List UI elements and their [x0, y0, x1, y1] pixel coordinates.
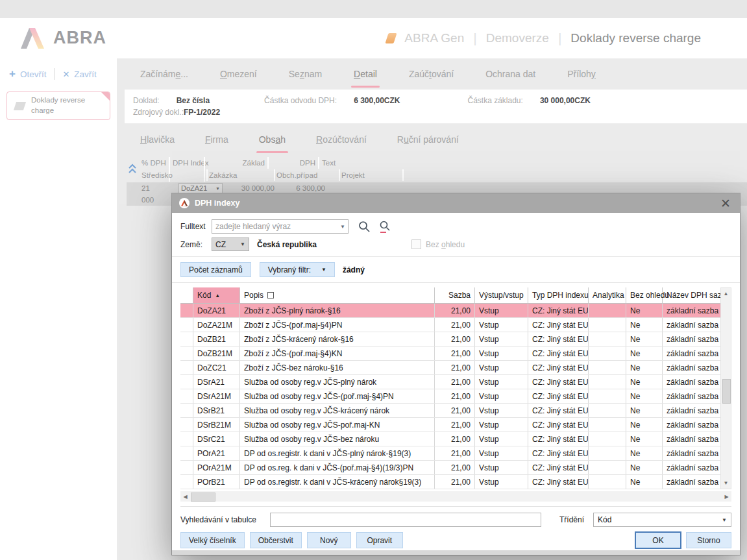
obcerstvit-button[interactable]: Občerstvit — [250, 532, 302, 548]
app-header: ABRA ABRA Gen | Demoverze | Doklady reve… — [0, 18, 747, 58]
sidebar-toolbar: + Otevřít ✕ Zavřít — [0, 58, 117, 90]
horizontal-scroll-thumb[interactable] — [191, 493, 215, 502]
vertical-scrollbar[interactable]: ▲ ▼ — [720, 287, 731, 489]
col-header-kod[interactable]: Kód ▲ — [193, 287, 240, 303]
tab-ochrana-dat[interactable]: Ochrana dat — [484, 66, 537, 82]
tab-prilohy[interactable]: Přílohy — [566, 66, 597, 82]
cell-analytika — [589, 446, 626, 460]
cell-typ-dph-indexu: CZ: Jiný stát EU — [528, 418, 589, 432]
col-header-typ-dph-indexu[interactable]: Typ DPH indexu — [528, 287, 589, 303]
fulltext-input[interactable] — [212, 219, 349, 234]
tab-rucni-parovani[interactable]: Ruční párování — [396, 132, 460, 147]
horizontal-scrollbar[interactable]: ◀ ▶ — [180, 491, 731, 502]
cell-kod: DSrA21M — [193, 389, 240, 403]
cell-popis: Zboží z JČS-krácený nárok-§16 — [240, 332, 435, 346]
dph-index-row[interactable]: DSrC21 Služba od osoby reg.v JČS-bez nár… — [180, 432, 720, 446]
vertical-scroll-thumb[interactable] — [722, 379, 731, 404]
chevron-down-icon: ▼ — [240, 241, 245, 247]
col-header-dph: DPH — [270, 157, 315, 169]
cell-nazev-dph-sazby: základní sazba — [663, 461, 720, 474]
col-header-vystup-vstup[interactable]: Výstup/vstup — [475, 287, 528, 303]
cell-analytika — [589, 432, 626, 446]
abra-logo-icon — [19, 27, 47, 49]
tab-rozuctovani[interactable]: Rozúčtování — [315, 132, 368, 147]
cell-analytika — [589, 461, 626, 474]
dph-index-row[interactable]: DoZC21 Zboží z JČS-bez nároku-§16 21,00 … — [180, 361, 720, 375]
novy-button[interactable]: Nový — [307, 532, 351, 548]
col-header-popis[interactable]: Popis — [240, 287, 435, 303]
open-button[interactable]: + Otevřít — [9, 67, 46, 80]
sidebar-item-doklady-reverse-charge[interactable]: Doklady reverse charge — [6, 91, 110, 120]
col-header-analytika[interactable]: Analytika — [589, 287, 626, 303]
cell-sazba: 21,00 — [435, 404, 475, 417]
dph-index-row[interactable]: DSrB21M Služba od osoby reg.v JČS-poř.ma… — [180, 418, 720, 432]
sort-select[interactable]: Kód ▼ — [593, 513, 731, 527]
table-header-row: Kód ▲ Popis Sazba Výstup/vstup Typ DPH i… — [180, 287, 720, 304]
col-header-sazba[interactable]: Sazba — [435, 287, 475, 303]
col-header-bez-ohledu[interactable]: Bez ohledu — [626, 287, 663, 303]
tab-zaciname[interactable]: Začínáme... — [139, 66, 190, 82]
divider — [172, 256, 740, 257]
velky-ciselnik-button[interactable]: Velký číselník — [180, 532, 245, 548]
divider — [172, 282, 740, 283]
row-marker — [180, 404, 193, 417]
scroll-up-arrow[interactable]: ▲ — [721, 289, 731, 298]
dph-index-row[interactable]: POrB21 DP od os.registr. k dani v JČS-kr… — [180, 475, 720, 489]
cell-nazev-dph-sazby: základní sazba — [663, 318, 720, 332]
row-marker — [180, 332, 193, 346]
cell-analytika — [589, 318, 626, 332]
cell-popis: Zboží z JČS-(poř.maj-§4)PN — [240, 318, 435, 332]
dph-index-row[interactable]: DoZB21 Zboží z JČS-krácený nárok-§16 21,… — [180, 332, 720, 347]
col-header-nazev-dph-sazby[interactable]: Název DPH sazby — [663, 287, 729, 303]
dph-index-row[interactable]: DoZA21M Zboží z JČS-(poř.maj-§4)PN 21,00… — [180, 318, 720, 332]
cell-nazev-dph-sazby: základní sazba — [663, 332, 720, 346]
cell-popis: Služba od osoby reg.v JČS-bez nároku — [240, 432, 435, 446]
dialog-titlebar[interactable]: DPH indexy ✕ — [172, 193, 740, 213]
grid-pct-dph: 21 — [141, 182, 150, 194]
opravit-button[interactable]: Opravit — [356, 532, 403, 548]
tab-zauctovani[interactable]: Zaúčtování — [408, 66, 455, 82]
col-header-text: Text — [322, 157, 336, 169]
scroll-down-arrow[interactable]: ▼ — [721, 478, 731, 488]
cell-sazba: 21,00 — [435, 361, 475, 374]
dph-index-combobox[interactable]: DoZA21 ▼ — [178, 183, 223, 193]
breadcrumb-app-name: ABRA Gen — [404, 31, 464, 45]
tab-hlavicka[interactable]: Hlavička — [139, 132, 176, 147]
ok-button[interactable]: OK — [635, 532, 681, 548]
bez-ohledu-checkbox[interactable] — [411, 239, 421, 249]
tab-obsah[interactable]: Obsah — [258, 132, 287, 147]
cell-kod: POrA21 — [193, 446, 240, 460]
search-icon[interactable] — [358, 221, 371, 233]
country-select[interactable]: CZ ▼ — [212, 237, 249, 251]
vybrany-filtr-dropdown[interactable]: Vybraný filtr: ▼ — [260, 262, 335, 277]
tab-omezeni[interactable]: Omezení — [219, 66, 258, 82]
tab-seznam[interactable]: Seznam — [288, 66, 323, 82]
pocet-zaznamu-button[interactable]: Počet záznamů — [180, 262, 251, 277]
dialog-close-icon[interactable]: ✕ — [718, 197, 733, 210]
collapse-rows-icon[interactable] — [128, 164, 137, 175]
tab-detail[interactable]: Detail — [352, 66, 378, 82]
dph-index-row[interactable]: DSrA21M Služba od osoby reg.v JČS-(poř.m… — [180, 389, 720, 404]
cell-bez-ohledu: Ne — [626, 461, 663, 474]
table-search-input[interactable] — [270, 513, 541, 527]
cell-typ-dph-indexu: CZ: Jiný stát EU — [528, 361, 589, 374]
scroll-left-arrow[interactable]: ◀ — [180, 491, 190, 502]
cell-typ-dph-indexu: CZ: Jiný stát EU — [528, 304, 589, 317]
cell-popis: Zboží z JČS-(poř.maj-§4)KN — [240, 347, 435, 360]
scroll-right-arrow[interactable]: ▶ — [722, 491, 731, 502]
search-next-icon[interactable] — [379, 220, 391, 234]
dph-index-row[interactable]: DoZA21 Zboží z JČS-plný nárok-§16 21,00 … — [180, 304, 720, 318]
dph-index-row[interactable]: DSrB21 Služba od osoby reg.v JČS-krácený… — [180, 404, 720, 418]
cell-analytika — [589, 418, 626, 432]
dph-index-row[interactable]: DSrA21 Služba od osoby reg.v JČS-plný ná… — [180, 375, 720, 389]
cell-nazev-dph-sazby: základní sazba — [663, 361, 720, 374]
storno-button[interactable]: Storno — [686, 532, 731, 548]
grid-row-line1[interactable]: 21 DoZA21 ▼ 30 000,00 6 300,00 — [127, 182, 747, 194]
dph-index-row[interactable]: POrA21M DP od os.reg. k dani v JČS-(poř.… — [180, 461, 720, 475]
dph-index-row[interactable]: POrA21 DP od os.registr. k dani v JČS-pl… — [180, 446, 720, 461]
row-marker — [180, 389, 193, 403]
tab-firma[interactable]: Firma — [204, 132, 230, 147]
cell-popis: Zboží z JČS-bez nároku-§16 — [240, 361, 435, 374]
dph-index-row[interactable]: DoZB21M Zboží z JČS-(poř.maj-§4)KN 21,00… — [180, 347, 720, 361]
close-button[interactable]: ✕ Zavřít — [62, 69, 96, 79]
